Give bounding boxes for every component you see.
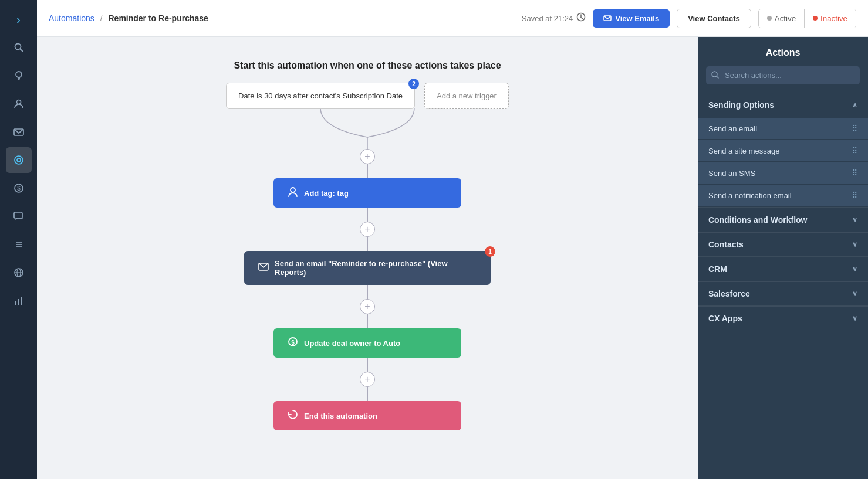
breadcrumb-sep: /: [100, 13, 105, 23]
status-toggle: Active Inactive: [758, 9, 856, 28]
nav-contacts-icon[interactable]: [6, 91, 32, 117]
view-emails-label: View Emails: [615, 14, 659, 23]
nav-dollar-icon[interactable]: $: [6, 175, 32, 201]
action-send-sms-label: Send an SMS: [708, 169, 755, 178]
step-add-tag-icon: [288, 186, 298, 199]
section-sending-options-label: Sending Options: [708, 100, 774, 110]
section-contacts-label: Contacts: [708, 240, 744, 249]
view-contacts-button[interactable]: View Contacts: [677, 9, 751, 28]
section-crm-label: CRM: [708, 264, 727, 274]
chevron-up-sending-options: ∧: [852, 101, 857, 109]
svg-line-31: [717, 76, 718, 78]
sending-options-items: Send an email ⠿ Send a site message ⠿ Se…: [698, 117, 868, 207]
connector-line-2b: [367, 314, 368, 328]
content-row: Start this automation when one of these …: [37, 37, 868, 479]
section-contacts[interactable]: Contacts ∨: [698, 232, 868, 256]
connector-1: +: [360, 208, 375, 251]
clock-icon: [576, 12, 586, 24]
view-contacts-label: View Contacts: [688, 14, 740, 23]
topbar: Automations / Reminder to Re-purchase Sa…: [37, 0, 868, 37]
left-sidebar: › $: [0, 0, 37, 479]
connector-line-0: [367, 164, 368, 178]
inactive-button[interactable]: Inactive: [804, 9, 856, 28]
nav-list-icon[interactable]: [6, 232, 32, 257]
svg-text:$: $: [291, 339, 295, 346]
chevron-down-conditions: ∨: [852, 216, 857, 224]
view-emails-button[interactable]: View Emails: [593, 9, 670, 28]
breadcrumb: Automations / Reminder to Re-purchase: [49, 13, 515, 23]
step-end-automation[interactable]: End this automation: [273, 401, 461, 430]
section-conditions-workflow[interactable]: Conditions and Workflow ∨: [698, 208, 868, 232]
action-send-email[interactable]: Send an email ⠿: [698, 118, 868, 139]
saved-info: Saved at 21:24: [522, 12, 586, 24]
nav-chart-icon[interactable]: [6, 288, 32, 314]
connector-3: +: [360, 358, 375, 401]
svg-rect-19: [18, 299, 19, 305]
inactive-label: Inactive: [820, 14, 847, 23]
add-step-button-2[interactable]: +: [360, 299, 375, 314]
nav-globe-icon[interactable]: [6, 260, 32, 286]
step-send-email-label: Send an email "Reminder to re-purchase" …: [275, 259, 477, 277]
flow-title: Start this automation when one of these …: [234, 60, 501, 71]
drag-handle-send-sms[interactable]: ⠿: [852, 168, 857, 178]
svg-point-2: [16, 72, 22, 77]
step-send-email-icon: [258, 263, 269, 273]
drag-handle-send-email[interactable]: ⠿: [852, 124, 857, 133]
section-crm[interactable]: CRM ∨: [698, 257, 868, 281]
step-send-email[interactable]: Send an email "Reminder to re-purchase" …: [244, 251, 491, 285]
panel-title: Actions: [698, 37, 868, 66]
add-step-button-3[interactable]: +: [360, 372, 375, 387]
step-update-deal[interactable]: $ Update deal owner to Auto: [273, 328, 461, 358]
search-actions-input[interactable]: [706, 66, 860, 84]
section-salesforce-label: Salesforce: [708, 289, 750, 298]
svg-point-8: [17, 158, 21, 162]
automation-canvas[interactable]: Start this automation when one of these …: [37, 37, 698, 479]
breadcrumb-root[interactable]: Automations: [49, 13, 94, 23]
step-update-deal-label: Update deal owner to Auto: [304, 339, 400, 348]
step-end-icon: [288, 409, 298, 422]
svg-point-5: [16, 100, 21, 104]
flow-container: Start this automation when one of these …: [133, 49, 602, 467]
step-add-tag-label: Add tag: tag: [304, 189, 349, 198]
chevron-down-cx-apps: ∨: [852, 314, 857, 322]
nav-search-icon[interactable]: [6, 35, 32, 60]
saved-text: Saved at 21:24: [522, 14, 573, 23]
breadcrumb-current: Reminder to Re-purchase: [109, 13, 208, 23]
trigger-badge-1: 2: [408, 79, 419, 89]
merge-connector-svg: [238, 108, 497, 149]
nav-chat-icon[interactable]: [6, 203, 32, 229]
section-conditions-label: Conditions and Workflow: [708, 215, 808, 225]
connector-line-3b: [367, 387, 368, 401]
trigger-label-1: Date is 30 days after contact's Subscrip…: [238, 91, 403, 100]
svg-point-26: [291, 188, 295, 192]
search-icon: [711, 71, 719, 80]
drag-handle-send-site-message[interactable]: ⠿: [852, 146, 857, 155]
step-add-tag[interactable]: Add tag: tag: [273, 178, 461, 208]
nav-automations-icon[interactable]: [6, 147, 32, 173]
svg-line-1: [20, 49, 23, 52]
action-send-site-message[interactable]: Send a site message ⠿: [698, 140, 868, 161]
section-salesforce[interactable]: Salesforce ∨: [698, 281, 868, 305]
chevron-down-crm: ∨: [852, 265, 857, 273]
active-label: Active: [775, 14, 796, 23]
action-send-sms[interactable]: Send an SMS ⠿: [698, 162, 868, 184]
step-end-label: End this automation: [304, 412, 377, 420]
svg-rect-20: [21, 297, 22, 305]
add-step-button-1[interactable]: +: [360, 222, 375, 237]
connector-line-3a: [367, 358, 368, 372]
nav-expand-icon[interactable]: ›: [11, 7, 26, 32]
section-sending-options[interactable]: Sending Options ∧: [698, 93, 868, 117]
step-update-deal-icon: $: [288, 337, 298, 349]
svg-rect-11: [14, 212, 22, 218]
drag-handle-send-notification-email[interactable]: ⠿: [852, 191, 857, 200]
add-step-button-0[interactable]: +: [360, 149, 375, 164]
trigger-box-1[interactable]: Date is 30 days after contact's Subscrip…: [226, 83, 415, 109]
nav-email-icon[interactable]: [6, 119, 32, 145]
step-send-email-badge: 1: [485, 246, 495, 257]
trigger-box-add[interactable]: Add a new trigger: [424, 83, 509, 109]
section-cx-apps[interactable]: CX Apps ∨: [698, 306, 868, 330]
action-send-notification-email[interactable]: Send a notification email ⠿: [698, 185, 868, 206]
active-button[interactable]: Active: [759, 9, 804, 28]
section-cx-apps-label: CX Apps: [708, 314, 742, 323]
nav-bulb-icon[interactable]: [6, 63, 32, 89]
